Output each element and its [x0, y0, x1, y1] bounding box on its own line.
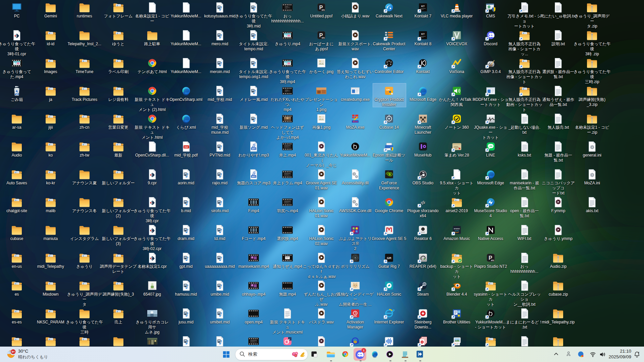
svg-text:1: 1 [363, 349, 365, 352]
svg-text:9+: 9+ [12, 350, 15, 353]
svg-text:z: z [638, 351, 640, 354]
